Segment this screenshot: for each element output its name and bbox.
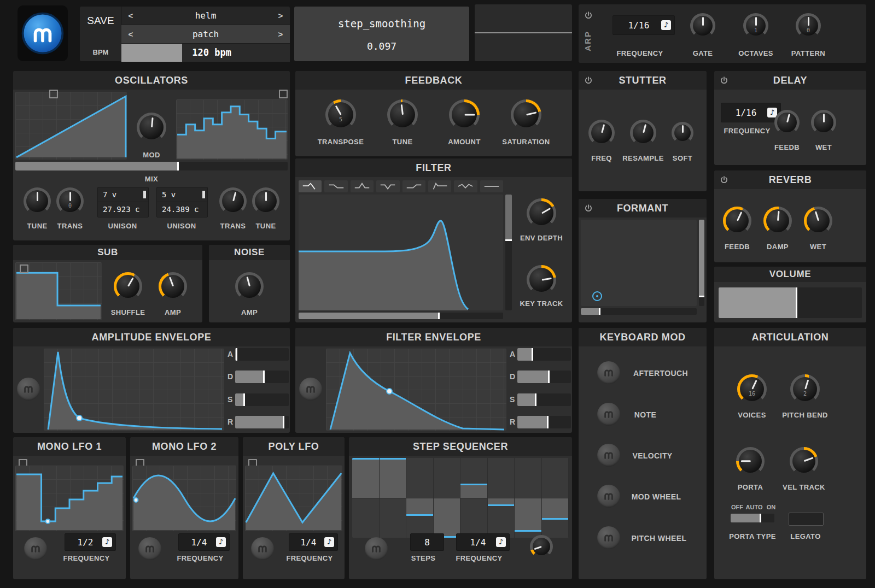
filter-response-display[interactable] [299,195,503,310]
osc1-tune-knob[interactable] [24,187,51,215]
step-smoothing-knob[interactable] [530,535,553,558]
osc1-checkbox[interactable] [49,90,58,98]
formant-xy-pad[interactable] [581,220,697,306]
seq-step[interactable] [406,458,434,538]
filter-type-lowpass-icon[interactable] [299,180,322,192]
delay-wet-knob[interactable] [811,110,836,135]
note-mod-button[interactable] [597,403,620,426]
patch-name[interactable]: patch [140,29,271,39]
filter-type-notch-icon[interactable] [376,180,399,192]
voices-knob[interactable]: 16 [737,374,767,404]
formant-x-slider[interactable] [581,308,697,315]
filter-envelope-mod-button[interactable] [299,378,322,401]
poly-lfo-waveform-display[interactable] [245,466,342,531]
patch-next-button[interactable]: > [271,30,290,39]
reverb-wet-knob[interactable] [804,207,832,235]
osc2-waveform-display[interactable] [176,99,288,160]
steps-box[interactable]: 8 [410,533,444,551]
formant-y-slider[interactable] [699,220,704,306]
osc-mod-knob[interactable] [137,113,166,142]
poly-lfo-frequency-box[interactable]: 1/4 ♪ [289,533,338,551]
feedback-saturation-knob[interactable] [511,99,541,130]
osc2-trans-knob[interactable] [219,187,247,215]
bank-next-button[interactable]: > [271,11,290,20]
poly-lfo-mod-button[interactable] [251,537,274,560]
osc1-waveform-display[interactable] [15,92,127,160]
filter-env-depth-knob[interactable] [527,198,556,228]
filter-release-slider[interactable] [517,416,571,428]
pitch-wheel-mod-button[interactable] [597,526,620,549]
lfo2-mod-button[interactable] [138,537,161,560]
amp-attack-slider[interactable] [235,348,289,361]
pitch-bend-knob[interactable]: 2 [790,374,820,404]
filter-cutoff-slider[interactable] [299,313,503,319]
aftertouch-mod-button[interactable] [597,361,620,384]
porta-type-slider[interactable] [731,514,774,522]
arp-gate-knob[interactable] [690,13,715,38]
legato-toggle[interactable] [789,513,824,526]
stutter-resample-knob[interactable] [630,120,656,146]
amp-sustain-slider[interactable] [235,393,289,406]
osc2-tune-knob[interactable] [252,187,279,215]
stutter-soft-knob[interactable] [672,122,693,144]
amp-envelope-display[interactable] [44,349,224,431]
filter-decay-slider[interactable] [517,371,571,383]
filter-type-highpass-icon[interactable] [428,180,451,192]
patch-prev-button[interactable]: < [121,30,140,39]
amp-envelope-mod-button[interactable] [17,378,40,401]
amp-release-slider[interactable] [235,416,289,428]
filter-type-bandpass-icon[interactable] [351,180,374,192]
sub-amp-knob[interactable] [159,272,187,301]
filter-key-track-knob[interactable] [527,265,556,295]
seq-step[interactable] [380,458,407,538]
seq-step[interactable] [515,458,542,538]
filter-type-highshelf-icon[interactable] [402,180,425,192]
lfo2-frequency-box[interactable]: 1/4 ♪ [178,533,230,551]
reverb-feedback-knob[interactable] [723,207,751,235]
porta-knob[interactable] [736,447,765,475]
arp-frequency-box[interactable]: 1/16 ♪ [612,15,675,35]
osc2-checkbox[interactable] [279,90,288,98]
lfo1-frequency-box[interactable]: 1/2 ♪ [65,533,116,551]
bank-name[interactable]: helm [140,10,271,21]
filter-type-lowshelf-icon[interactable] [324,180,347,192]
seq-step[interactable] [434,458,461,538]
filter-attack-slider[interactable] [517,348,571,361]
feedback-amount-knob[interactable] [449,99,480,130]
sub-shuffle-knob[interactable] [114,272,142,301]
volume-slider[interactable] [719,287,862,318]
osc1-unison-box[interactable]: 7 v 27.923 c [97,187,149,217]
formant-xy-marker[interactable] [592,291,602,301]
arp-power-icon[interactable] [584,11,593,20]
arp-pattern-knob[interactable]: 0 [796,13,821,38]
lfo2-waveform-display[interactable] [132,466,236,531]
lfo1-mod-button[interactable] [24,537,47,560]
seq-step[interactable] [460,458,488,538]
bank-prev-button[interactable]: < [121,11,140,20]
arp-octaves-knob[interactable]: 1 [743,13,768,38]
feedback-tune-knob[interactable] [387,99,418,130]
filter-resonance-slider[interactable] [505,195,512,310]
vel-track-knob[interactable] [790,447,818,475]
amp-decay-slider[interactable] [235,371,289,383]
stutter-power-icon[interactable] [584,76,593,85]
seq-step[interactable] [542,458,569,538]
seq-step[interactable] [352,458,380,538]
osc1-trans-knob[interactable]: 0 [56,187,84,215]
delay-feedback-knob[interactable] [774,110,800,135]
velocity-mod-button[interactable] [597,444,620,467]
seq-step[interactable] [488,458,515,538]
noise-amp-knob[interactable] [235,272,264,301]
osc2-unison-box[interactable]: 5 v 24.389 c [156,187,208,217]
filter-type-allpass-icon[interactable] [454,180,477,192]
delay-power-icon[interactable] [720,76,728,85]
step-sequencer-steps[interactable] [352,458,569,538]
formant-power-icon[interactable] [584,204,593,213]
save-button[interactable]: SAVE [80,7,122,35]
filter-envelope-display[interactable] [326,349,506,431]
lfo1-waveform-display[interactable] [15,466,124,531]
osc-mix-slider[interactable] [15,162,288,170]
mod-wheel-mod-button[interactable] [597,485,620,508]
reverb-damp-knob[interactable] [763,207,792,235]
delay-frequency-box[interactable]: 1/16 ♪ [721,103,781,122]
